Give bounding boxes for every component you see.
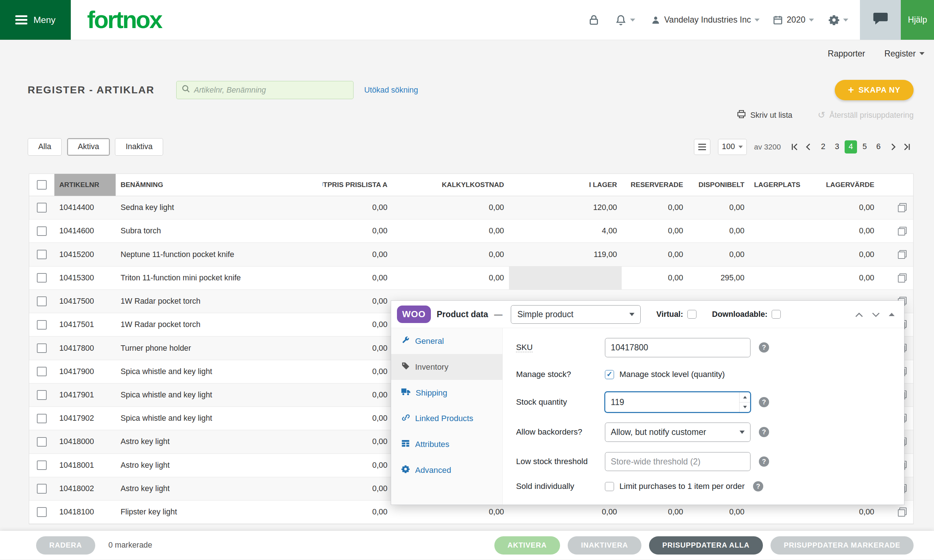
row-checkbox[interactable] — [37, 320, 46, 329]
header-artikelnr[interactable]: ARTIKELNR — [54, 174, 116, 196]
row-checkbox[interactable] — [37, 460, 46, 470]
help-icon[interactable]: ? — [759, 457, 769, 467]
duplicate-icon[interactable] — [898, 250, 907, 259]
page-size-select[interactable]: 100 — [718, 139, 747, 155]
duplicate-icon[interactable] — [898, 227, 907, 236]
filter-inaktiva[interactable]: Inaktiva — [115, 138, 163, 156]
virtual-checkbox[interactable] — [687, 310, 697, 319]
woo-tab-advanced[interactable]: Advanced — [391, 458, 502, 483]
deactivate-button[interactable]: INAKTIVERA — [568, 536, 641, 554]
row-checkbox[interactable] — [37, 273, 46, 283]
activate-button[interactable]: AKTIVERA — [494, 536, 560, 554]
extended-search-link[interactable]: Utökad sökning — [364, 86, 418, 95]
select-all-checkbox[interactable] — [37, 180, 46, 189]
sku-label: SKU — [516, 343, 605, 352]
print-list-button[interactable]: Skriv ut lista — [737, 109, 792, 121]
duplicate-icon[interactable] — [898, 203, 907, 212]
settings-menu[interactable] — [829, 15, 848, 26]
chat-button[interactable] — [860, 0, 901, 40]
create-new-button[interactable]: + SKAPA NY — [835, 80, 914, 100]
row-checkbox[interactable] — [37, 437, 46, 447]
list-view-button[interactable] — [694, 139, 710, 155]
woo-tab-general[interactable]: General — [391, 328, 502, 354]
price-update-selected-button[interactable]: PRISUPPDATERA MARKERADE — [771, 536, 914, 554]
stock-quantity-input[interactable] — [605, 397, 739, 407]
delete-button[interactable]: RADERA — [36, 536, 95, 554]
account-menu[interactable]: Vandelay Industries Inc — [651, 15, 760, 25]
chevron-down-icon — [809, 18, 814, 22]
wrench-icon — [401, 336, 410, 346]
header-disponibelt[interactable]: DISPONIBELT — [688, 174, 749, 196]
filter-aktiva[interactable]: Aktiva — [67, 138, 109, 156]
page-5[interactable]: 5 — [858, 140, 871, 154]
nav-rapporter[interactable]: Rapporter — [828, 49, 865, 59]
price-update-all-button[interactable]: PRISUPPDATERA ALLA — [649, 536, 763, 554]
duplicate-icon[interactable] — [898, 274, 907, 283]
search-box — [176, 81, 353, 99]
help-button[interactable]: Hjälp — [901, 0, 934, 40]
page-2[interactable]: 2 — [817, 140, 830, 154]
row-checkbox[interactable] — [37, 367, 46, 376]
header-benamning[interactable]: BENÄMNING — [116, 174, 322, 196]
last-page-button[interactable] — [900, 139, 914, 155]
woo-tab-inventory[interactable]: Inventory — [391, 354, 502, 380]
header-reserverade[interactable]: RESERVERADE — [622, 174, 688, 196]
total-count-label: av 3200 — [754, 143, 781, 151]
header-utpris[interactable]: UTPRIS PRISLISTA A — [322, 174, 392, 196]
woo-tab-attributes[interactable]: Attributes — [391, 432, 502, 458]
row-checkbox[interactable] — [37, 414, 46, 423]
help-icon[interactable]: ? — [759, 427, 769, 437]
topbar-right: Vandelay Industries Inc 2020 — [588, 0, 934, 40]
collapse-toggle-icon[interactable] — [889, 313, 895, 316]
stepper-up-icon[interactable] — [740, 392, 750, 403]
header-ilager[interactable]: I LAGER — [509, 174, 622, 196]
sold-individually-checkbox[interactable] — [605, 482, 614, 491]
move-up-icon[interactable] — [855, 309, 863, 320]
year-selector[interactable]: 2020 — [773, 15, 814, 25]
reset-price-update-button[interactable]: ↺ Återställ prisuppdatering — [818, 111, 914, 120]
sold-individually-text: Limit purchases to 1 item per order — [620, 482, 744, 491]
search-input[interactable] — [194, 86, 348, 95]
row-checkbox[interactable] — [37, 203, 46, 212]
row-checkbox[interactable] — [37, 507, 46, 517]
header-lagerplats[interactable]: LAGERPLATS — [749, 174, 821, 196]
row-checkbox[interactable] — [37, 484, 46, 493]
printer-icon — [737, 109, 746, 121]
help-icon[interactable]: ? — [759, 397, 769, 407]
notifications-button[interactable] — [615, 14, 635, 26]
backorders-select[interactable]: Allow, but notify customer — [605, 423, 751, 442]
lock-icon[interactable] — [588, 14, 600, 26]
stepper-down-icon[interactable] — [740, 403, 750, 412]
low-stock-input[interactable] — [605, 452, 751, 471]
row-checkbox[interactable] — [37, 250, 46, 259]
move-down-icon[interactable] — [872, 309, 880, 320]
woo-tab-linked-products[interactable]: Linked Products — [391, 406, 502, 432]
cell-lagervarde: 0,00 — [821, 196, 879, 219]
header-kalkylkostnad[interactable]: KALKYLKOSTNAD — [392, 174, 509, 196]
row-checkbox[interactable] — [37, 226, 46, 236]
page-3[interactable]: 3 — [831, 140, 843, 154]
page-6[interactable]: 6 — [872, 140, 885, 154]
duplicate-icon[interactable] — [898, 508, 907, 517]
nav-register[interactable]: Register — [885, 49, 925, 59]
header-lagervarde[interactable]: LAGERVÄRDE — [821, 174, 879, 196]
downloadable-checkbox[interactable] — [772, 310, 781, 319]
gear-icon — [401, 465, 410, 475]
fortnox-logo[interactable]: fortnox — [87, 8, 162, 32]
first-page-button[interactable] — [788, 139, 801, 155]
sku-input[interactable] — [605, 338, 751, 357]
help-icon[interactable]: ? — [759, 342, 769, 352]
hamburger-icon — [15, 15, 27, 25]
help-icon[interactable]: ? — [753, 481, 763, 491]
next-page-button[interactable] — [887, 139, 900, 155]
row-checkbox[interactable] — [37, 343, 46, 353]
row-checkbox[interactable] — [37, 390, 46, 400]
manage-stock-checkbox[interactable] — [605, 370, 614, 379]
page-4-current[interactable]: 4 — [845, 140, 857, 154]
filter-alla[interactable]: Alla — [28, 138, 62, 156]
row-checkbox[interactable] — [37, 296, 46, 306]
woo-tab-shipping[interactable]: Shipping — [391, 380, 502, 406]
product-type-select[interactable]: Simple product — [511, 305, 641, 324]
prev-page-button[interactable] — [801, 139, 814, 155]
menu-button[interactable]: Meny — [0, 0, 71, 40]
